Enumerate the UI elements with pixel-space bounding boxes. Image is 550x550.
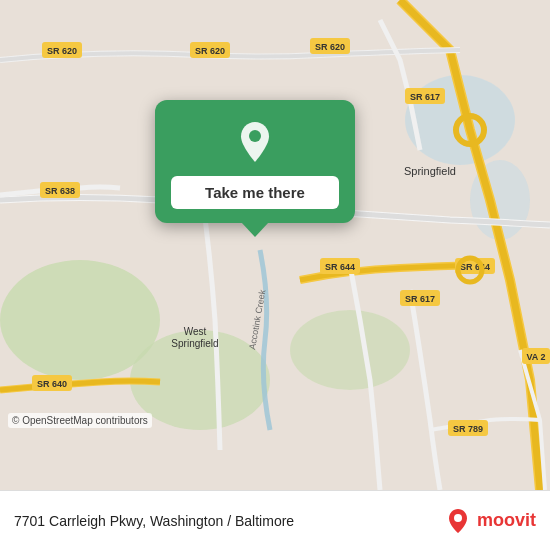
svg-text:SR 617: SR 617 [410,92,440,102]
svg-text:West: West [184,326,207,337]
svg-text:SR 620: SR 620 [315,42,345,52]
moovit-logo: moovit [444,507,536,535]
location-pin-icon [231,118,279,166]
take-me-there-button[interactable]: Take me there [171,176,339,209]
svg-text:SR 617: SR 617 [405,294,435,304]
svg-point-3 [290,310,410,390]
moovit-label: moovit [477,510,536,531]
popup-card: Take me there [155,100,355,223]
svg-text:SR 640: SR 640 [37,379,67,389]
svg-point-35 [454,514,462,522]
svg-text:SR 644: SR 644 [325,262,355,272]
address-text: 7701 Carrleigh Pkwy, Washington / Baltim… [14,513,294,529]
moovit-icon [444,507,472,535]
svg-text:Springfield: Springfield [171,338,218,349]
svg-text:SR 644: SR 644 [460,262,490,272]
svg-text:SR 638: SR 638 [45,186,75,196]
svg-text:SR 620: SR 620 [195,46,225,56]
osm-credit: © OpenStreetMap contributors [8,413,152,428]
bottom-bar: 7701 Carrleigh Pkwy, Washington / Baltim… [0,490,550,550]
svg-text:Springfield: Springfield [404,165,456,177]
map-container: SR 620 SR 620 SR 620 SR 617 SR 638 Sprin… [0,0,550,490]
svg-text:VA 2: VA 2 [526,352,545,362]
svg-text:SR 620: SR 620 [47,46,77,56]
svg-point-34 [249,130,261,142]
svg-text:SR 789: SR 789 [453,424,483,434]
